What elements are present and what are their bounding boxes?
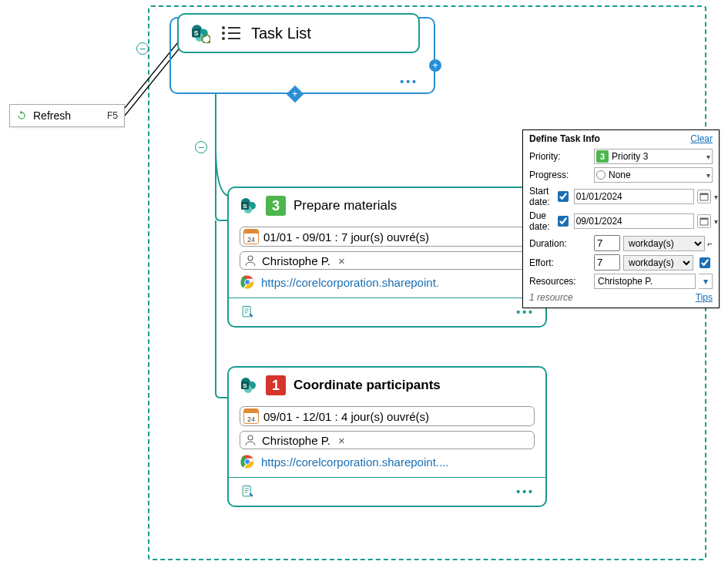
assignee-pill[interactable]: Christophe P. × — [240, 251, 535, 270]
date-range-text: 01/01 - 09/01 : 7 jour(s) ouvré(s) — [263, 230, 429, 244]
link-text: https://corelcorporation.sharepoint.... — [261, 455, 448, 469]
svg-rect-34 — [700, 193, 708, 195]
effort-input[interactable] — [594, 254, 620, 271]
svg-point-25 — [248, 435, 253, 440]
root-more-icon[interactable]: ••• — [400, 76, 418, 88]
person-icon — [243, 254, 257, 267]
duration-unit-select[interactable]: workday(s) — [623, 236, 705, 251]
note-icon[interactable] — [240, 484, 255, 499]
remove-assignee-button[interactable]: × — [338, 254, 345, 267]
sharepoint-icon: S — [240, 197, 258, 215]
svg-point-15 — [245, 280, 250, 285]
svg-rect-16 — [243, 307, 250, 317]
root-title: Task List — [251, 25, 311, 42]
add-sibling-button[interactable]: + — [429, 59, 441, 72]
person-icon — [243, 433, 257, 447]
sharepoint-icon: S — [240, 376, 258, 395]
menu-item-label: Refresh — [33, 109, 71, 122]
effort-link-checkbox[interactable] — [699, 257, 710, 268]
svg-text:S: S — [243, 203, 247, 210]
due-date-input[interactable] — [574, 213, 694, 229]
chevron-down-icon[interactable]: ▾ — [714, 217, 718, 226]
task-card[interactable]: S 3 Prepare materials 24 01/01 - 09/01 :… — [227, 187, 547, 328]
list-icon — [222, 26, 240, 40]
priority-badge: 3 — [266, 196, 286, 216]
note-icon[interactable] — [240, 304, 255, 320]
date-range-text: 09/01 - 12/01 : 4 jour(s) ouvré(s) — [263, 410, 429, 423]
assignee-pill[interactable]: Christophe P. × — [240, 431, 535, 449]
link-toggle-icon[interactable]: ⌐ — [708, 239, 713, 248]
label-priority: Priority: — [529, 151, 589, 162]
label-duration: Duration: — [529, 238, 589, 249]
svg-text:S: S — [194, 29, 199, 37]
task-card[interactable]: S 1 Coordinate participants 24 09/01 - 1… — [227, 366, 547, 507]
effort-unit-select[interactable]: workday(s) — [623, 255, 693, 271]
assignee-name: Christophe P. — [262, 254, 330, 267]
svg-rect-36 — [700, 218, 708, 220]
chevron-down-icon: ▾ — [706, 171, 710, 180]
tips-link[interactable]: Tips — [696, 292, 713, 303]
task-more-icon[interactable]: ••• — [516, 486, 535, 498]
date-range-pill[interactable]: 24 01/01 - 09/01 : 7 jour(s) ouvré(s) — [240, 227, 535, 247]
label-start-date: Start date: — [529, 186, 550, 207]
collapse-toggle-children[interactable]: − — [195, 141, 207, 153]
chrome-icon — [240, 454, 255, 469]
task-link[interactable]: https://corelcorporation.sharepoint.... — [240, 454, 535, 469]
resource-dropdown-button[interactable]: ▾ — [699, 274, 713, 289]
duration-input[interactable] — [594, 235, 620, 251]
start-date-checkbox[interactable] — [558, 191, 569, 202]
root-node[interactable]: S Task List + + ••• — [169, 17, 435, 94]
collapse-toggle-root[interactable]: − — [136, 42, 149, 55]
remove-assignee-button[interactable]: × — [338, 434, 345, 447]
chevron-down-icon[interactable]: ▾ — [714, 193, 718, 201]
calendar-picker-icon[interactable] — [697, 214, 711, 228]
calendar-picker-icon[interactable] — [697, 190, 711, 203]
resource-input[interactable]: Christophe P. — [594, 274, 696, 289]
task-title: Prepare materials — [294, 198, 397, 213]
priority-select[interactable]: 3 Priority 3 ▾ — [594, 149, 713, 164]
label-effort: Effort: — [529, 257, 589, 268]
sharepoint-icon: S — [190, 22, 211, 44]
chrome-icon — [240, 274, 255, 290]
chevron-down-icon: ▾ — [706, 153, 710, 161]
progress-select[interactable]: None ▾ — [594, 167, 713, 183]
menu-item-shortcut: F5 — [107, 110, 118, 121]
date-range-pill[interactable]: 24 09/01 - 12/01 : 4 jour(s) ouvré(s) — [240, 406, 535, 426]
task-title: Coordinate participants — [294, 378, 441, 393]
calendar-icon: 24 — [243, 229, 259, 244]
priority-badge: 1 — [266, 375, 286, 395]
priority-mini-icon: 3 — [596, 150, 609, 163]
progress-empty-icon — [596, 170, 606, 180]
link-text: https://corelcorporation.sharepoint. — [261, 276, 439, 289]
label-due-date: Due date: — [529, 210, 550, 232]
context-menu: Refresh F5 — [9, 104, 125, 127]
label-progress: Progress: — [529, 170, 589, 180]
resource-count: 1 resource — [529, 292, 573, 303]
label-resources: Resources: — [529, 276, 589, 287]
svg-point-12 — [248, 256, 253, 260]
svg-point-28 — [245, 459, 250, 465]
task-info-panel: Define Task Info Clear Priority: 3 Prior… — [522, 129, 720, 308]
start-date-input[interactable] — [574, 189, 694, 204]
panel-title: Define Task Info — [529, 133, 600, 144]
root-title-chip[interactable]: S Task List — [177, 13, 420, 53]
clear-link[interactable]: Clear — [690, 133, 713, 144]
calendar-icon: 24 — [243, 408, 259, 424]
task-link[interactable]: https://corelcorporation.sharepoint. — [240, 274, 535, 290]
menu-item-refresh[interactable]: Refresh F5 — [12, 108, 122, 123]
due-date-checkbox[interactable] — [558, 216, 569, 227]
svg-rect-29 — [243, 486, 250, 496]
assignee-name: Christophe P. — [262, 434, 330, 447]
refresh-icon — [16, 110, 27, 121]
svg-text:S: S — [243, 382, 247, 389]
